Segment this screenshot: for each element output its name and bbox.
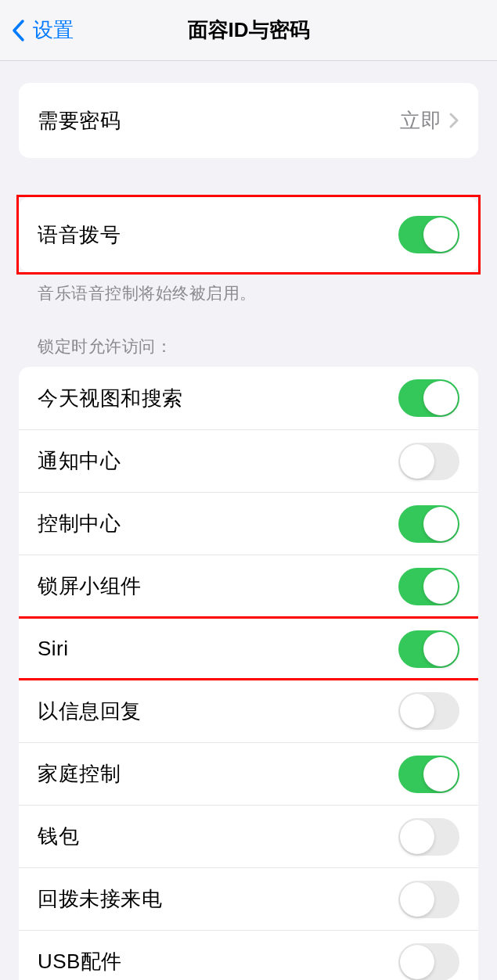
lock-access-row: 回拨未接来电 <box>19 867 478 930</box>
lock-access-row: USB配件 <box>19 930 478 980</box>
lock-access-label: 钱包 <box>38 823 398 850</box>
lock-access-row: 钱包 <box>19 805 478 867</box>
lock-access-toggle[interactable] <box>398 756 459 793</box>
page-title: 面容ID与密码 <box>0 16 497 44</box>
voice-dial-toggle[interactable] <box>398 216 459 253</box>
voice-dial-footer: 音乐语音控制将始终被启用。 <box>19 272 478 304</box>
lock-access-toggle[interactable] <box>398 630 459 668</box>
lock-access-row: 锁屏小组件 <box>19 555 478 617</box>
voice-dial-row: 语音拨号 <box>19 197 478 272</box>
lock-access-row: Siri <box>19 617 478 680</box>
lock-access-group: 今天视图和搜索通知中心控制中心锁屏小组件Siri以信息回复家庭控制钱包回拨未接来… <box>19 367 478 980</box>
require-passcode-value: 立即 <box>400 107 442 135</box>
chevron-left-icon <box>11 19 25 42</box>
require-passcode-label: 需要密码 <box>38 107 400 135</box>
lock-access-toggle[interactable] <box>398 943 459 980</box>
lock-access-label: 以信息回复 <box>38 698 398 725</box>
voice-dial-group: 语音拨号 <box>19 197 478 272</box>
lock-access-toggle[interactable] <box>398 568 459 605</box>
lock-access-row: 以信息回复 <box>19 680 478 742</box>
lock-access-label: USB配件 <box>38 948 398 975</box>
lock-access-label: 锁屏小组件 <box>38 573 398 600</box>
voice-dial-label: 语音拨号 <box>38 221 398 249</box>
lock-access-row: 控制中心 <box>19 492 478 555</box>
lock-access-label: 控制中心 <box>38 510 398 537</box>
lock-access-toggle[interactable] <box>398 818 459 856</box>
lock-access-label: 家庭控制 <box>38 760 398 788</box>
lock-access-toggle[interactable] <box>398 443 459 480</box>
lock-access-label: 回拨未接来电 <box>38 885 398 913</box>
passcode-group: 需要密码 立即 <box>19 83 478 158</box>
lock-access-toggle[interactable] <box>398 379 459 417</box>
require-passcode-row[interactable]: 需要密码 立即 <box>19 83 478 158</box>
back-label: 设置 <box>33 16 74 44</box>
lock-access-label: 通知中心 <box>38 447 398 475</box>
back-button[interactable]: 设置 <box>0 16 74 44</box>
lock-access-label: Siri <box>38 637 398 661</box>
chevron-right-icon <box>448 112 459 129</box>
lock-access-toggle[interactable] <box>398 505 459 543</box>
navigation-bar: 设置 面容ID与密码 <box>0 0 497 61</box>
lock-access-row: 通知中心 <box>19 429 478 492</box>
lock-access-label: 今天视图和搜索 <box>38 385 398 412</box>
lock-access-toggle[interactable] <box>398 692 459 730</box>
lock-access-header: 锁定时允许访问： <box>19 336 478 367</box>
lock-access-row: 今天视图和搜索 <box>19 367 478 429</box>
lock-access-toggle[interactable] <box>398 881 459 918</box>
lock-access-row: 家庭控制 <box>19 742 478 805</box>
